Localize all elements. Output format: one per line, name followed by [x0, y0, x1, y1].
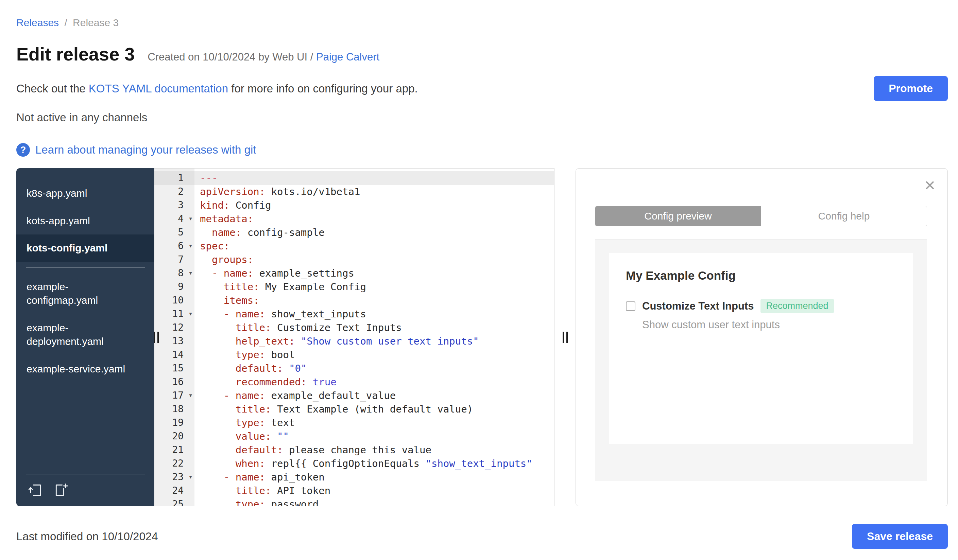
customize-text-inputs-checkbox[interactable]: [626, 301, 635, 311]
line-number: 15: [154, 362, 195, 375]
code-line-15[interactable]: 15 default: "0": [154, 362, 554, 375]
code-text: items:: [195, 294, 259, 307]
save-release-button[interactable]: Save release: [852, 524, 948, 549]
sidebar-file-example-service-yaml[interactable]: example-service.yaml: [16, 356, 154, 383]
config-preview-panel: × Config previewConfig help My Example C…: [576, 168, 948, 506]
code-line-9[interactable]: 9 title: My Example Config: [154, 280, 554, 294]
code-line-23[interactable]: 23▾ - name: api_token: [154, 470, 554, 484]
code-text: type: bool: [195, 348, 295, 362]
line-number: 11▾: [154, 307, 195, 321]
new-file-icon[interactable]: [54, 482, 69, 497]
footer: Last modified on 10/10/2024 Save release: [16, 524, 948, 549]
code-line-10[interactable]: 10 items:: [154, 294, 554, 307]
git-releases-link[interactable]: Learn about managing your releases with …: [35, 143, 256, 156]
sidebar-divider: [26, 267, 145, 268]
line-number: 7: [154, 253, 195, 266]
fold-caret-icon[interactable]: ▾: [188, 239, 193, 253]
code-line-24[interactable]: 24 title: API token: [154, 484, 554, 497]
code-line-22[interactable]: 22 when: repl{{ ConfigOptionEquals "show…: [154, 457, 554, 470]
page-title: Edit release 3: [16, 43, 135, 65]
promote-button[interactable]: Promote: [874, 76, 948, 101]
line-number: 20: [154, 430, 195, 443]
code-line-18[interactable]: 18 title: Text Example (with default val…: [154, 402, 554, 416]
code-text: value: "": [195, 430, 289, 443]
sidebar-file-kots-app-yaml[interactable]: kots-app.yaml: [16, 207, 154, 235]
fold-caret-icon[interactable]: ▾: [188, 212, 193, 225]
code-line-20[interactable]: 20 value: "": [154, 430, 554, 443]
fold-caret-icon[interactable]: ▾: [188, 388, 193, 402]
line-number: 19: [154, 416, 195, 430]
code-line-2[interactable]: 2apiVersion: kots.io/v1beta1: [154, 185, 554, 198]
line-number: 12: [154, 321, 195, 334]
code-line-13[interactable]: 13 help_text: "Show custom user text inp…: [154, 334, 554, 348]
fold-caret-icon[interactable]: ▾: [188, 266, 193, 280]
code-line-1[interactable]: 1---: [154, 171, 554, 185]
line-number: 5: [154, 226, 195, 239]
code-line-4[interactable]: 4▾metadata:: [154, 212, 554, 226]
line-number: 2: [154, 185, 195, 198]
docs-prefix: Check out the: [16, 82, 89, 95]
line-number: 23▾: [154, 470, 195, 484]
breadcrumb-current: Release 3: [73, 17, 119, 28]
code-line-8[interactable]: 8▾ - name: example_settings: [154, 266, 554, 280]
code-line-19[interactable]: 19 type: text: [154, 416, 554, 430]
config-preview-body: My Example Config Customize Text Inputs …: [595, 239, 927, 481]
code-text: recommended: true: [195, 375, 336, 389]
code-line-14[interactable]: 14 type: bool: [154, 348, 554, 362]
channel-status: Not active in any channels: [16, 111, 948, 124]
docs-row: Check out the KOTS YAML documentation fo…: [16, 76, 948, 101]
code-line-25[interactable]: 25 type: password: [154, 497, 554, 506]
code-line-7[interactable]: 7 groups:: [154, 253, 554, 266]
upload-file-icon[interactable]: [28, 482, 43, 497]
code-text: metadata:: [195, 212, 253, 226]
line-number: 17▾: [154, 389, 195, 402]
line-number: 6▾: [154, 239, 195, 253]
kots-docs-link[interactable]: KOTS YAML documentation: [89, 82, 228, 95]
config-option-label: Customize Text Inputs: [642, 300, 754, 312]
code-lines: 1---2apiVersion: kots.io/v1beta13kind: C…: [154, 169, 554, 506]
code-line-11[interactable]: 11▾ - name: show_text_inputs: [154, 307, 554, 321]
sidebar-file-example-deployment-yaml[interactable]: example-deployment.yaml: [16, 314, 154, 356]
config-card: My Example Config Customize Text Inputs …: [609, 253, 913, 444]
line-number: 10: [154, 294, 195, 307]
code-line-6[interactable]: 6▾spec:: [154, 239, 554, 253]
question-mark-icon[interactable]: ?: [16, 143, 30, 157]
code-line-17[interactable]: 17▾ - name: example_default_value: [154, 389, 554, 402]
author-link[interactable]: Paige Calvert: [316, 51, 379, 63]
close-icon[interactable]: ×: [922, 176, 937, 195]
tab-config-help[interactable]: Config help: [761, 206, 927, 226]
line-number: 13: [154, 334, 195, 348]
code-line-5[interactable]: 5 name: config-sample: [154, 226, 554, 239]
code-text: help_text: "Show custom user text inputs…: [195, 334, 479, 348]
line-number: 3: [154, 198, 195, 212]
code-line-12[interactable]: 12 title: Customize Text Inputs: [154, 321, 554, 334]
sidebar-resize-handle[interactable]: [154, 332, 159, 343]
code-text: type: password: [195, 497, 319, 506]
sidebar-file-example-configmap-yaml[interactable]: example-configmap.yaml: [16, 273, 154, 314]
code-text: ---: [195, 171, 217, 185]
code-text: default: "0": [195, 362, 307, 375]
fold-caret-icon[interactable]: ▾: [188, 470, 193, 484]
fold-caret-icon[interactable]: ▾: [188, 307, 193, 320]
line-number: 25: [154, 497, 195, 506]
sidebar-file-k8s-app-yaml[interactable]: k8s-app.yaml: [16, 180, 154, 207]
yaml-editor[interactable]: 1---2apiVersion: kots.io/v1beta13kind: C…: [154, 168, 555, 506]
panel-gap: [555, 168, 576, 506]
code-text: title: API token: [195, 484, 330, 497]
docs-suffix: for more info on configuring your app.: [228, 82, 418, 95]
code-text: title: My Example Config: [195, 280, 366, 294]
preview-tabs: Config previewConfig help: [595, 206, 927, 226]
line-number: 8▾: [154, 266, 195, 280]
code-line-3[interactable]: 3kind: Config: [154, 198, 554, 212]
line-number: 22: [154, 457, 195, 470]
line-number: 1: [154, 171, 195, 185]
preview-resize-handle[interactable]: [563, 332, 568, 343]
code-line-21[interactable]: 21 default: please change this value: [154, 443, 554, 457]
breadcrumb-releases-link[interactable]: Releases: [16, 17, 59, 28]
docs-line: Check out the KOTS YAML documentation fo…: [16, 82, 418, 95]
code-line-16[interactable]: 16 recommended: true: [154, 375, 554, 389]
tab-config-preview[interactable]: Config preview: [595, 206, 761, 226]
line-number: 21: [154, 443, 195, 457]
code-text: title: Customize Text Inputs: [195, 321, 402, 334]
sidebar-file-kots-config-yaml[interactable]: kots-config.yaml: [16, 234, 154, 262]
